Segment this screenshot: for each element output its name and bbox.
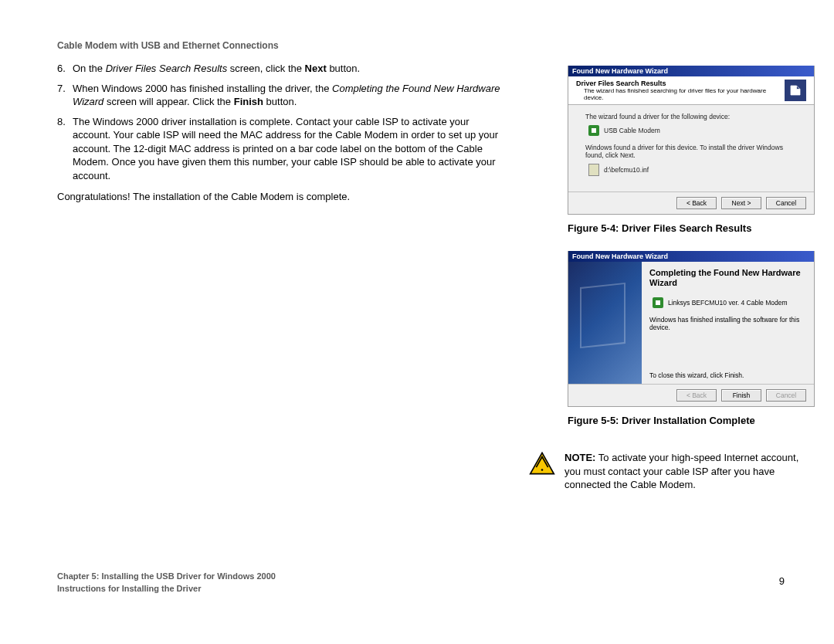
device-icon xyxy=(653,297,663,308)
wizard2-device-row: Linksys BEFCMU10 ver. 4 Cable Modem xyxy=(653,297,806,308)
wizard1-buttonbar: < Back Next > Cancel xyxy=(568,192,814,214)
cancel-button: Cancel xyxy=(766,389,806,402)
wizard1-body-line1: The wizard found a driver for the follow… xyxy=(585,113,800,120)
step-number: 7. xyxy=(57,82,73,109)
figure-5-4-caption: Figure 5-4: Driver Files Search Results xyxy=(568,222,815,234)
back-button[interactable]: < Back xyxy=(676,197,717,209)
device-row: USB Cable Modem xyxy=(588,125,800,136)
note-box: NOTE: To activate your high-speed Intern… xyxy=(529,451,807,492)
wizard1-titlebar: Found New Hardware Wizard xyxy=(568,66,814,76)
document-header: Cable Modem with USB and Ethernet Connec… xyxy=(57,40,279,51)
back-button: < Back xyxy=(676,389,717,402)
congrats-text: Congratulations! The installation of the… xyxy=(57,190,505,204)
main-text-column: 6. On the Driver Files Search Results sc… xyxy=(57,62,505,214)
wizard2-body-text: Windows has finished installing the soft… xyxy=(649,316,806,331)
step-text: The Windows 2000 driver installation is … xyxy=(73,115,505,183)
page-number: 9 xyxy=(779,575,785,587)
file-row: d:\befcmu10.inf xyxy=(588,164,800,176)
step-number: 8. xyxy=(57,115,73,183)
wizard2-device-name: Linksys BEFCMU10 ver. 4 Cable Modem xyxy=(668,299,787,307)
wizard1-header-sub: The wizard has finished searching for dr… xyxy=(584,87,785,101)
device-icon xyxy=(588,125,599,136)
wizard2-main: Completing the Found New Hardware Wizard… xyxy=(642,262,814,384)
note-text: NOTE: To activate your high-speed Intern… xyxy=(564,451,807,492)
cancel-button[interactable]: Cancel xyxy=(766,197,806,209)
hardware-icon xyxy=(785,80,806,101)
note-body: To activate your high-speed Internet acc… xyxy=(564,452,798,490)
wizard1-header-title: Driver Files Search Results xyxy=(576,80,785,87)
next-button[interactable]: Next > xyxy=(721,197,761,209)
wizard2-titlebar: Found New Hardware Wizard xyxy=(568,251,814,262)
wizard1-header: Driver Files Search Results The wizard h… xyxy=(568,76,814,105)
finish-button[interactable]: Finish xyxy=(721,389,761,402)
step-6: 6. On the Driver Files Search Results sc… xyxy=(57,62,505,76)
footer-left: Chapter 5: Installing the USB Driver for… xyxy=(57,571,276,595)
wizard1-body-line2: Windows found a driver for this device. … xyxy=(585,144,800,159)
step-8: 8. The Windows 2000 driver installation … xyxy=(57,115,505,183)
file-path: d:\befcmu10.inf xyxy=(604,166,649,174)
wizard2-side-graphic xyxy=(568,262,642,384)
wizard2-title: Completing the Found New Hardware Wizard xyxy=(649,268,806,288)
footer-chapter: Chapter 5: Installing the USB Driver for… xyxy=(57,571,276,582)
figure-5-5-caption: Figure 5-5: Driver Installation Complete xyxy=(568,415,815,426)
step-7: 7. When Windows 2000 has finished instal… xyxy=(57,82,505,109)
device-name: USB Cable Modem xyxy=(604,127,660,134)
steps-list: 6. On the Driver Files Search Results sc… xyxy=(57,62,505,182)
wizard-install-complete: Found New Hardware Wizard Completing the… xyxy=(568,251,815,407)
svg-point-2 xyxy=(541,469,544,471)
wizard1-header-text: Driver Files Search Results The wizard h… xyxy=(576,80,785,101)
right-column: Found New Hardware Wizard Driver Files S… xyxy=(568,66,815,492)
step-text: On the Driver Files Search Results scree… xyxy=(73,62,505,76)
note-label: NOTE: xyxy=(564,452,595,463)
wizard-driver-search: Found New Hardware Wizard Driver Files S… xyxy=(568,66,815,215)
wizard2-buttonbar: < Back Finish Cancel xyxy=(568,384,814,406)
file-icon xyxy=(588,164,599,176)
wizard1-body: The wizard found a driver for the follow… xyxy=(568,105,814,192)
warning-icon xyxy=(529,451,555,476)
wizard2-body: Completing the Found New Hardware Wizard… xyxy=(568,262,814,384)
step-text: When Windows 2000 has finished installin… xyxy=(73,82,505,109)
step-number: 6. xyxy=(57,62,73,76)
wizard2-bottom-text: To close this wizard, click Finish. xyxy=(649,371,806,379)
footer-section: Instructions for Installing the Driver xyxy=(57,583,276,595)
